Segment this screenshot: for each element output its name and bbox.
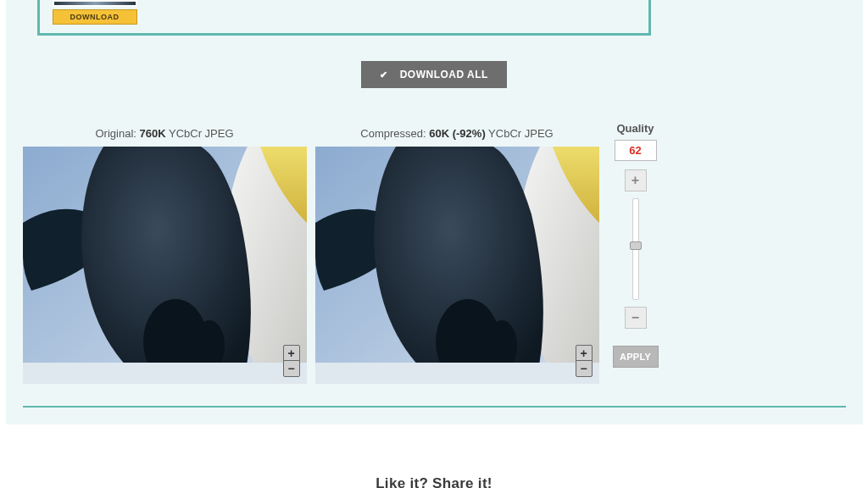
- original-image[interactable]: + −: [23, 147, 307, 384]
- thumbnail-row: DOWNLOAD: [37, 0, 651, 36]
- compressed-image[interactable]: + −: [315, 147, 599, 384]
- compressed-label: Compressed: 60K (-92%) YCbCr JPEG: [315, 122, 599, 147]
- thumbnail-item: DOWNLOAD: [48, 0, 142, 25]
- quality-increase-button[interactable]: +: [625, 169, 647, 191]
- thumbnail-download-button[interactable]: DOWNLOAD: [53, 9, 137, 25]
- zoom-in-button[interactable]: +: [284, 346, 299, 361]
- zoom-out-button[interactable]: −: [576, 361, 592, 376]
- zoom-out-button[interactable]: −: [284, 361, 299, 376]
- zoom-in-button[interactable]: +: [576, 346, 592, 361]
- quality-slider[interactable]: [632, 198, 639, 300]
- zoom-controls: + −: [283, 345, 300, 377]
- download-all-button[interactable]: ✔ DOWNLOAD ALL: [361, 61, 507, 88]
- share-title: Like it? Share it!: [6, 475, 863, 488]
- quality-title: Quality: [611, 122, 660, 135]
- download-all-row: ✔ DOWNLOAD ALL: [23, 61, 846, 88]
- quality-decrease-button[interactable]: −: [625, 307, 647, 329]
- penguin-illustration: [23, 147, 307, 384]
- download-all-label: DOWNLOAD ALL: [400, 69, 488, 80]
- share-section: Like it? Share it!: [6, 424, 863, 488]
- quality-input[interactable]: [615, 140, 657, 161]
- check-icon: ✔: [380, 69, 388, 80]
- penguin-illustration: [315, 147, 599, 384]
- compressed-panel: Compressed: 60K (-92%) YCbCr JPEG: [315, 122, 599, 384]
- quality-controls: Quality + − APPLY: [611, 122, 660, 368]
- original-label: Original: 760K YCbCr JPEG: [23, 122, 307, 147]
- apply-button[interactable]: APPLY: [613, 346, 659, 368]
- zoom-controls: + −: [576, 345, 593, 377]
- original-panel: Original: 760K YCbCr JPEG: [23, 122, 307, 384]
- thumbnail-image[interactable]: [53, 0, 137, 7]
- divider: [23, 406, 846, 408]
- quality-slider-thumb[interactable]: [630, 241, 642, 250]
- comparison-row: Original: 760K YCbCr JPEG: [23, 122, 846, 384]
